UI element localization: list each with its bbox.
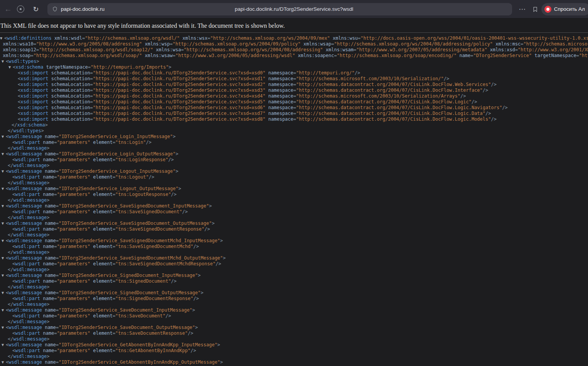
xml-token: =: [170, 41, 173, 47]
xml-token: =: [34, 41, 36, 47]
collapse-arrow-icon[interactable]: ▼: [2, 169, 6, 174]
xml-line: ▼<wsdl:message name="IDTorg2SenderServic…: [0, 238, 588, 244]
shield-icon[interactable]: [52, 6, 58, 12]
xml-token: xmlns:msc: [493, 41, 521, 47]
xml-token: "http://www.w3.org/2007/05/addressing/me…: [356, 47, 487, 52]
xml-token: wsdl:part: [15, 348, 40, 353]
xml-token: >: [201, 290, 203, 295]
xml-token: schemaLocation: [48, 111, 90, 116]
collapse-arrow-icon[interactable]: ▼: [2, 203, 6, 209]
xml-token: />: [193, 296, 199, 301]
collapse-arrow-icon[interactable]: ▼: [2, 307, 6, 313]
xml-token: =: [293, 76, 296, 81]
collapse-arrow-icon[interactable]: ▼: [2, 290, 6, 296]
xml-token: name: [40, 331, 54, 336]
collapse-arrow-icon[interactable]: ▼: [2, 325, 6, 331]
xml-token: wsdl:message: [13, 336, 47, 342]
badge-inner-dot: [20, 8, 22, 10]
xml-token: wsdl:part: [15, 140, 40, 145]
xml-token: wsdl:message: [8, 273, 42, 278]
xml-token: wsdl:message: [13, 145, 47, 151]
xml-token: "IDTorg2SenderService_GetAbonentByInnAnd…: [59, 342, 217, 347]
xml-tree: ▼<wsdl:definitions xmlns:wsdl="http://sc…: [0, 33, 588, 365]
xml-token: />: [354, 70, 360, 76]
xml-line: ▼<wsdl:message name="IDTorg2SenderServic…: [0, 290, 588, 296]
collapse-arrow-icon[interactable]: ▼: [0, 35, 4, 41]
xml-token: >: [47, 232, 49, 238]
xml-token: />: [182, 209, 188, 214]
xml-line: ▼<wsdl:message name="IDTorg2SenderServic…: [0, 307, 588, 313]
xml-token: wsdl:part: [15, 278, 40, 284]
xml-token: "parameters": [57, 331, 91, 336]
collapse-arrow-icon[interactable]: ▼: [2, 221, 6, 226]
xml-token: xmlns:wsa10: [0, 41, 34, 47]
xml-line: </wsdl:message>: [0, 215, 588, 221]
xml-token: wsdl:message: [8, 221, 42, 226]
xml-token: =: [293, 105, 296, 110]
xml-token: name: [40, 157, 54, 162]
collapse-arrow-icon[interactable]: ▼: [2, 238, 6, 244]
collapse-arrow-icon[interactable]: ▼: [2, 255, 6, 261]
xml-token: schemaLocation: [48, 93, 90, 99]
xml-token: wsdl:message: [8, 307, 42, 313]
xml-line: <xsd:import schemaLocation="https://papi…: [0, 88, 588, 93]
xml-token: xmlns:soap12: [0, 47, 36, 52]
xml-token: </: [8, 302, 13, 307]
xml-line: <xsd:import schemaLocation="https://papi…: [0, 93, 588, 99]
xml-token: namespace: [265, 93, 293, 99]
xml-token: targetNamespace: [43, 64, 88, 70]
xml-line: </wsdl:message>: [0, 267, 588, 273]
back-icon[interactable]: ←: [0, 5, 16, 13]
collapse-arrow-icon[interactable]: ▼: [2, 273, 6, 278]
refresh-icon[interactable]: ↻: [28, 5, 44, 13]
collapse-arrow-icon[interactable]: ▼: [8, 64, 13, 70]
xml-token: "DTorg2SenderService": [473, 53, 532, 58]
xml-token: />: [168, 157, 174, 162]
xml-token: =: [54, 261, 57, 266]
overflow-menu-icon[interactable]: ⋯: [516, 5, 529, 13]
collapse-arrow-icon[interactable]: ▼: [2, 342, 6, 348]
xml-token: xsd:schema: [17, 122, 45, 128]
bookmark-icon[interactable]: [529, 6, 541, 12]
xml-token: wsdl:message: [13, 354, 47, 359]
xml-line: ▼<xsd:schema targetNamespace="http://tem…: [0, 64, 588, 70]
xml-token: element: [90, 174, 113, 180]
xml-token: "IDTorg2SenderService_SaveSignedDocument…: [59, 221, 212, 226]
xml-token: >: [209, 203, 212, 209]
xml-token: name: [42, 290, 56, 295]
xml-token: wsdl:message: [13, 215, 47, 220]
xml-line: </wsdl:message>: [0, 197, 588, 203]
xml-token: name: [40, 174, 54, 180]
xml-token: "parameters": [57, 192, 91, 197]
xml-token: "IDTorg2SenderService_Logout_OutputMessa…: [59, 186, 178, 191]
url-domain-text[interactable]: papi-doc.doclink.ru: [61, 6, 104, 12]
collapse-arrow-icon[interactable]: ▼: [2, 59, 6, 64]
alice-button[interactable]: Спросить Ал: [541, 3, 588, 15]
xml-token: xsd:import: [20, 105, 48, 110]
xml-token: </: [8, 250, 13, 255]
xml-token: >: [198, 273, 201, 278]
browser-badge-icon[interactable]: [17, 5, 24, 13]
address-bar[interactable]: papi-doc.doclink.ru: [47, 3, 512, 15]
collapse-arrow-icon[interactable]: ▼: [2, 186, 6, 192]
xml-token: </: [8, 128, 13, 133]
xml-token: "http://tempuri.org/": [296, 70, 355, 76]
collapse-arrow-icon[interactable]: ▼: [2, 359, 6, 365]
xml-token: "http://schemas.microsoft: [523, 41, 588, 47]
collapse-arrow-icon[interactable]: ▼: [2, 151, 6, 157]
xml-line: <wsdl:part name="parameters" element="tn…: [0, 278, 588, 284]
xml-token: element: [90, 209, 113, 214]
browser-toolbar: ← ↻ papi-doc.doclink.ru papi-doc.doclink…: [0, 0, 588, 19]
xml-token: >: [169, 64, 171, 70]
xml-token: "https://papi-doc.doclink.ru/DTorg2Sende…: [93, 105, 265, 110]
xml-token: element: [90, 140, 113, 145]
xml-line: ▼<wsdl:message name="IDTorg2SenderServic…: [0, 325, 588, 331]
xml-token: "http:: [579, 53, 588, 58]
xml-token: name: [40, 140, 54, 145]
xml-token: name: [42, 342, 56, 347]
xml-token: element: [90, 313, 113, 319]
xml-token: namespace: [265, 88, 293, 93]
xml-token: =: [358, 35, 361, 41]
collapse-arrow-icon[interactable]: ▼: [2, 134, 6, 140]
xml-token: =: [293, 99, 296, 105]
